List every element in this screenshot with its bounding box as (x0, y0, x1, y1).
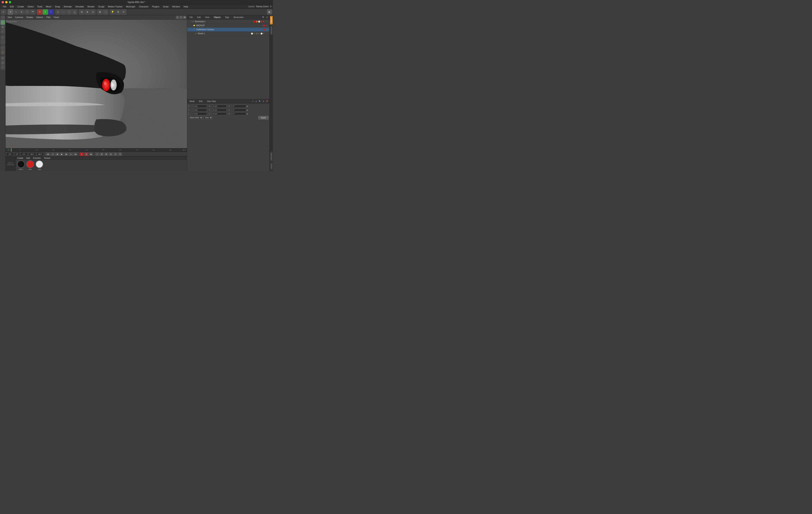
frame-current-input[interactable] (14, 153, 20, 156)
frame-end-input[interactable] (29, 153, 36, 156)
apply-button[interactable]: Apply (258, 116, 268, 119)
menu-snap[interactable]: Snap (53, 5, 62, 8)
menu-character[interactable]: Character (137, 5, 150, 8)
coord-mode-select[interactable]: Object (Rel) (188, 116, 203, 119)
timeline-btn-6[interactable]: ☰ (118, 153, 122, 156)
menu-motiontracker[interactable]: Motion Tracker (106, 5, 124, 8)
grid-button[interactable]: ⊞ (97, 9, 103, 15)
viewport-display-btn[interactable]: Display (25, 16, 34, 19)
coord-type-select[interactable]: Size (204, 116, 212, 119)
timeline-btn-4[interactable]: ⊟ (109, 153, 113, 156)
mat-edit-btn[interactable]: Edit (26, 157, 31, 159)
attr-z2-input[interactable] (212, 112, 226, 115)
close-button[interactable] (2, 1, 4, 3)
points-mode-button[interactable]: · (61, 9, 66, 15)
panel-settings-icon[interactable]: ⚙ (265, 16, 268, 19)
sidebar-s-icon[interactable]: S (1, 50, 5, 55)
menu-file[interactable]: File (1, 5, 8, 8)
render-region-button[interactable]: ⬚ (103, 9, 108, 15)
y-axis-button[interactable]: Y (43, 9, 48, 15)
tab-objects[interactable]: Objects (212, 16, 222, 19)
viewport-icon-1[interactable]: ⤢ (176, 16, 179, 19)
menu-select[interactable]: Select (26, 5, 35, 8)
play-button[interactable]: ▶ (60, 153, 64, 156)
snap-button[interactable]: ⊕ (79, 9, 84, 15)
obj-boole[interactable]: ⊕ Boole.1 ▲ ▲ ▲ (187, 32, 269, 35)
light-button[interactable]: 💡 (110, 9, 115, 15)
attr-x2-input[interactable] (212, 105, 226, 108)
menu-create[interactable]: Create (16, 5, 26, 8)
undo-button[interactable]: ↩ (1, 9, 6, 15)
object-mode-button[interactable]: ◻ (55, 9, 61, 15)
prev-key-button[interactable]: ◀ (55, 153, 59, 156)
obj-vis-backup[interactable]: ✗ (266, 24, 268, 27)
transform-tool-button[interactable]: ☐ (25, 9, 30, 15)
mat-item-2[interactable]: Mat (35, 160, 43, 170)
menu-sculpt[interactable]: Sculpt (97, 5, 106, 8)
minimize-button[interactable] (5, 1, 8, 3)
rotate-tool-button[interactable]: ↻ (19, 9, 24, 15)
attr-pin-icon[interactable]: 📌 (265, 100, 268, 103)
maximize-button[interactable] (9, 1, 11, 3)
menu-simulate[interactable]: Simulate (74, 5, 86, 8)
tab-bookmarks[interactable]: Bookmarks (232, 16, 245, 19)
record-auto-button[interactable]: ● (84, 153, 88, 156)
brush-button[interactable]: ✏ (121, 9, 126, 15)
timeline-track[interactable]: 0 10 20 30 40 50 60 70 80 90 (11, 148, 179, 152)
vtab-structure[interactable]: Structure (270, 25, 273, 35)
camera-button[interactable]: 📷 (30, 9, 35, 15)
attr-up-icon[interactable]: ▲ (255, 100, 258, 103)
render-button[interactable]: ▶ (267, 9, 272, 15)
obj-symmetry[interactable]: ⟺ Symmetry.1 ▲ ✓ (187, 20, 269, 24)
window-controls[interactable] (2, 1, 11, 3)
timeline-btn-5[interactable]: ⊡ (114, 153, 117, 156)
frame-max-input[interactable] (36, 153, 44, 156)
layout-dropdown-icon[interactable]: ▼ (270, 5, 272, 8)
edges-mode-button[interactable]: / (66, 9, 72, 15)
panel-search-icon[interactable]: 🔍 (262, 16, 265, 19)
obj-backup[interactable]: 📁 BACKUP ✗ (187, 24, 269, 28)
tab-file[interactable]: File (188, 16, 195, 19)
mat-create-btn[interactable]: Create (17, 157, 24, 159)
goto-end-button[interactable]: ⏭ (74, 153, 78, 156)
viewport-area[interactable]: View Cameras Display Options Filter Pane… (6, 15, 187, 148)
tab-edit[interactable]: Edit (196, 16, 202, 19)
attr-search-icon[interactable]: 🔍 (258, 100, 261, 103)
sidebar-dot-icon[interactable]: • (1, 65, 5, 70)
next-key-button[interactable]: ▶ (64, 153, 68, 156)
viewport-icon-3[interactable]: ⊠ (183, 16, 186, 19)
menu-script[interactable]: Script (161, 5, 170, 8)
timeline-btn-3[interactable]: ⊠ (104, 153, 108, 156)
frame-start-input[interactable] (6, 153, 13, 156)
sidebar-corner-icon[interactable]: ⌐ (1, 46, 5, 50)
sidebar-swirl-icon[interactable]: ⟳ (1, 56, 5, 60)
prev-frame-button[interactable]: ◁ (51, 153, 55, 156)
object-list[interactable]: ⟺ Symmetry.1 ▲ ✓ (187, 20, 269, 99)
menu-help[interactable]: Help (182, 5, 190, 8)
menu-plugins[interactable]: Plugins (150, 5, 161, 8)
timeline-btn-1[interactable]: ≡ (95, 153, 99, 156)
goto-start-button[interactable]: ⏮ (46, 153, 50, 156)
attr-y2-input[interactable] (212, 109, 226, 111)
menu-tools[interactable]: Tools (35, 5, 44, 8)
x-axis-button[interactable]: X (37, 9, 42, 15)
menu-mograph[interactable]: MoGraph (124, 5, 137, 8)
viewport-view-btn[interactable]: View (6, 16, 13, 19)
mat-item-1[interactable]: Mat (26, 160, 34, 170)
keyframe-input[interactable] (20, 153, 28, 156)
viewport-render[interactable]: Perspective (6, 20, 187, 148)
vtab-layers[interactable]: Layers (270, 162, 273, 170)
tab-tags[interactable]: Tags (223, 16, 231, 19)
vtab-objects[interactable]: Objects (270, 16, 273, 25)
attr-back-icon[interactable]: ◁ (251, 100, 254, 103)
sidebar-object-icon[interactable]: ◇ (1, 20, 5, 25)
menu-mesh[interactable]: Mesh (45, 5, 53, 8)
attr-y-input[interactable] (193, 109, 207, 111)
z-axis-button[interactable]: Z (48, 9, 54, 15)
next-frame-button[interactable]: ▷ (69, 153, 73, 156)
mat-function-btn[interactable]: Function (32, 157, 41, 159)
move-tool-button[interactable]: ✛ (8, 9, 13, 15)
sidebar-point-icon[interactable]: · (1, 40, 5, 44)
mat-texture-btn[interactable]: Texture (43, 157, 51, 159)
viewport-icon-2[interactable]: ↔ (179, 16, 183, 19)
